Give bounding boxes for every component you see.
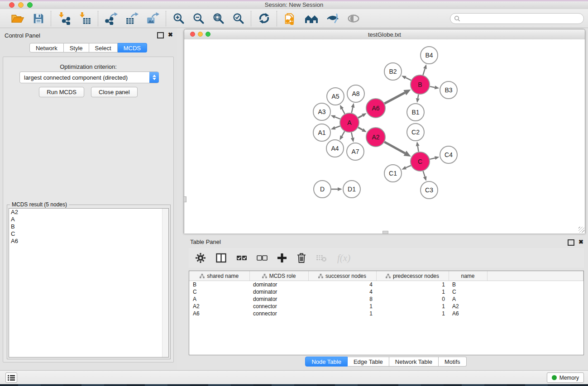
graph-node-C4[interactable]: C4 <box>440 146 457 163</box>
import-table-button[interactable] <box>78 11 92 26</box>
graph-edge-A-A2[interactable] <box>358 128 363 130</box>
export-network-button[interactable] <box>104 11 119 26</box>
graph-edge-A6-B[interactable] <box>384 93 405 104</box>
graph-node-C2[interactable]: C2 <box>407 124 424 141</box>
graph-edge-C-C4[interactable] <box>430 158 435 159</box>
graph-edge-B-B3[interactable] <box>430 86 435 87</box>
column-header-shared-name[interactable]: shared name <box>189 271 249 281</box>
tab-style[interactable]: Style <box>64 43 89 52</box>
tab-mcds[interactable]: MCDS <box>118 43 147 52</box>
mcds-result-item[interactable]: A6 <box>9 238 168 245</box>
column-header-name[interactable]: name <box>449 271 487 281</box>
graph-edge-A-A6[interactable] <box>358 115 363 118</box>
table-row[interactable]: Bdominator41B <box>189 281 583 289</box>
graph-node-A3[interactable]: A3 <box>313 103 330 120</box>
close-panel-button[interactable]: Close panel <box>91 87 138 97</box>
tab-network[interactable]: Network <box>29 43 64 52</box>
resize-corner-handle[interactable] <box>578 227 584 233</box>
graph-node-B2[interactable]: B2 <box>384 63 402 80</box>
graph-edge-A-A3[interactable] <box>335 117 340 119</box>
tab-select[interactable]: Select <box>89 43 118 52</box>
graph-edge-A-A1[interactable] <box>335 126 340 128</box>
search-box[interactable] <box>450 13 584 24</box>
graph-edge-B-B1[interactable] <box>418 95 418 99</box>
graph-node-A4[interactable]: A4 <box>326 140 344 157</box>
graph-edge-A-A4[interactable] <box>342 131 344 136</box>
graph-node-B4[interactable]: B4 <box>421 47 438 64</box>
window-grip-left[interactable] <box>183 196 186 202</box>
eye-button[interactable] <box>346 12 361 25</box>
criterion-select[interactable]: largest connected component (directed) <box>19 71 159 83</box>
delete-button[interactable] <box>296 252 307 264</box>
graph-edge-A2-C[interactable] <box>384 142 405 153</box>
task-history-button[interactable] <box>5 372 17 383</box>
graph-edge-B-B4[interactable] <box>423 69 425 75</box>
table-row[interactable]: A6connector11A6 <box>189 310 583 317</box>
window-grip-bottom[interactable] <box>382 231 388 234</box>
graph-node-D[interactable]: D <box>314 181 331 198</box>
mcds-result-item[interactable]: C <box>9 230 168 238</box>
tab-network-table[interactable]: Network Table <box>389 357 439 367</box>
table-row[interactable]: Adominator80A <box>189 295 583 303</box>
column-header-predecessor-nodes[interactable]: predecessor nodes <box>376 271 449 281</box>
table-columns-button[interactable] <box>215 252 228 264</box>
mcds-result-item[interactable]: B <box>9 223 168 230</box>
houses-button[interactable] <box>304 12 319 25</box>
select-all-button[interactable] <box>235 253 248 262</box>
mcds-result-list[interactable]: A2ABCA6 <box>9 208 169 357</box>
column-header-successor-nodes[interactable]: successor nodes <box>308 271 376 281</box>
graph-node-B3[interactable]: B3 <box>440 81 457 99</box>
deselect-all-button[interactable] <box>256 253 268 262</box>
graph-node-A7[interactable]: A7 <box>347 143 364 160</box>
graph-edge-A-A8[interactable] <box>352 107 353 113</box>
tab-node-table[interactable]: Node Table <box>305 357 348 367</box>
hide-eye-button[interactable] <box>325 12 340 25</box>
run-mcds-button[interactable]: Run MCDS <box>39 87 84 97</box>
graph-node-B1[interactable]: B1 <box>407 104 424 121</box>
graph-node-D1[interactable]: D1 <box>343 181 360 198</box>
graph-edge-C-C1[interactable] <box>406 166 411 168</box>
graph-node-A6[interactable]: A6 <box>366 99 385 118</box>
export-table-button[interactable] <box>125 11 139 26</box>
graph-node-A5[interactable]: A5 <box>327 88 344 105</box>
graph-node-B[interactable]: B <box>411 75 430 94</box>
table-float-panel-icon[interactable] <box>568 239 574 246</box>
column-header-MCDS-role[interactable]: MCDS role <box>249 271 308 281</box>
table-close-panel-icon[interactable]: ✖ <box>578 238 583 245</box>
mcds-result-item[interactable]: A2 <box>9 209 168 216</box>
graph-node-A8[interactable]: A8 <box>347 85 364 102</box>
zoom-out-button[interactable] <box>192 12 206 25</box>
network-window-titlebar[interactable]: testGlobe.txt <box>184 29 585 40</box>
gear-button[interactable] <box>194 252 207 264</box>
table-row[interactable]: Cdominator41C <box>189 288 583 295</box>
network-canvas[interactable]: AA1A2A3A4A5A6A7A8BB1B2B3B4CC1C2C3C4DD1 <box>184 39 585 234</box>
zoom-in-button[interactable] <box>172 12 186 25</box>
graph-node-A2[interactable]: A2 <box>366 128 385 147</box>
zoom-fit-button[interactable] <box>212 12 225 25</box>
memory-button[interactable]: Memory <box>547 372 584 383</box>
close-panel-icon[interactable]: ✖ <box>168 31 173 38</box>
graph-edge-B-B2[interactable] <box>406 77 411 80</box>
tab-edge-table[interactable]: Edge Table <box>348 357 389 367</box>
import-network-button[interactable] <box>57 11 72 26</box>
zoom-selected-button[interactable] <box>232 12 245 25</box>
graph-edge-C-C2[interactable] <box>418 146 419 152</box>
graph-edge-A-A5[interactable] <box>342 109 345 114</box>
graph-node-C1[interactable]: C1 <box>384 165 402 182</box>
result-scrollbar[interactable] <box>162 209 168 357</box>
graph-node-A[interactable]: A <box>340 113 359 132</box>
graph-node-C3[interactable]: C3 <box>421 181 438 199</box>
refresh-button[interactable] <box>257 11 271 25</box>
open-folder-button[interactable] <box>10 12 25 25</box>
network-file-button[interactable] <box>283 11 297 26</box>
save-button[interactable] <box>32 12 45 25</box>
add-button[interactable] <box>276 252 288 264</box>
mcds-result-item[interactable]: A <box>9 216 168 223</box>
export-image-button[interactable] <box>146 11 160 26</box>
table-row[interactable]: A2connector11A2 <box>189 303 583 310</box>
tab-motifs[interactable]: Motifs <box>439 357 467 367</box>
float-panel-icon[interactable] <box>157 32 164 38</box>
graph-edge-A-A7[interactable] <box>351 133 352 138</box>
graph-node-C[interactable]: C <box>411 152 430 171</box>
graph-edge-C-C3[interactable] <box>423 171 425 176</box>
